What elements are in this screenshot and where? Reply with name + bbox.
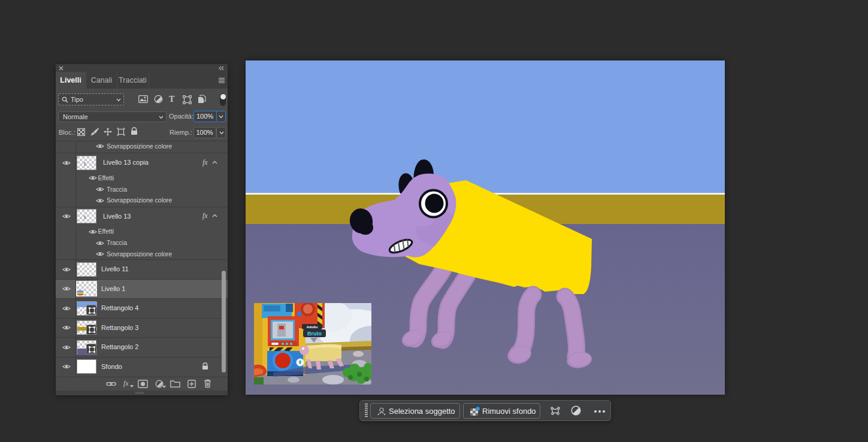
svg-text:Bruto: Bruto [307,331,322,337]
svg-text:Adulto: Adulto [307,325,318,329]
